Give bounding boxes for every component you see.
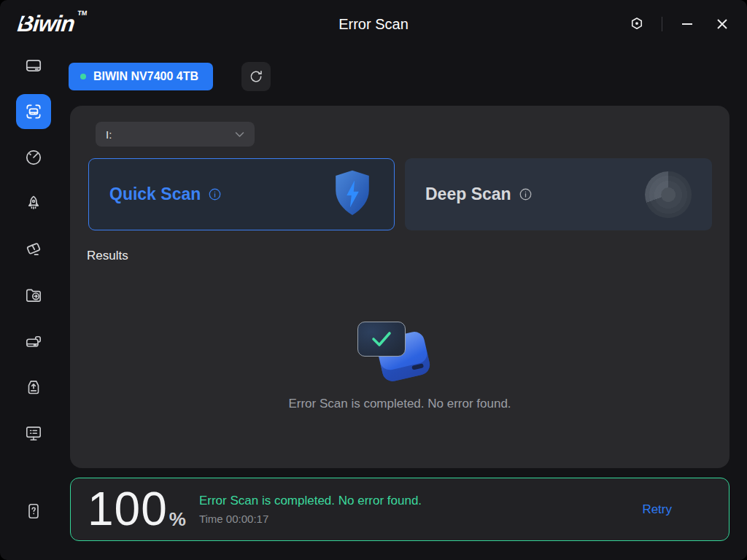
scan-panel: I: Quick Scan bbox=[70, 106, 729, 468]
shield-lightning-icon bbox=[331, 168, 374, 221]
disk-icon bbox=[24, 56, 43, 75]
deep-scan-card[interactable]: Deep Scan bbox=[405, 158, 712, 230]
progress-percent: 100 % bbox=[88, 488, 186, 531]
device-status-dot bbox=[80, 74, 86, 79]
help-icon bbox=[24, 502, 43, 521]
minimize-button[interactable] bbox=[677, 14, 697, 34]
sidebar-item-disk-info[interactable] bbox=[16, 48, 51, 83]
close-icon bbox=[716, 18, 728, 30]
percent-sign: % bbox=[169, 508, 186, 531]
sidebar bbox=[0, 48, 67, 560]
info-icon bbox=[519, 187, 533, 201]
error-scan-icon bbox=[24, 102, 43, 121]
elapsed-time: Time 00:00:17 bbox=[199, 513, 422, 525]
result-message: Error Scan is completed. No error found. bbox=[70, 397, 729, 411]
retry-button[interactable]: Retry bbox=[642, 502, 672, 517]
progress-status: Error Scan is completed. No error found.… bbox=[199, 494, 422, 525]
sidebar-item-benchmark[interactable] bbox=[16, 140, 51, 175]
sidebar-item-optimize[interactable] bbox=[16, 186, 51, 221]
sidebar-item-secure-erase[interactable] bbox=[16, 232, 51, 267]
disk-clone-icon bbox=[24, 332, 43, 351]
device-select-button[interactable]: BIWIN NV7400 4TB bbox=[69, 63, 213, 90]
sidebar-item-error-scan[interactable] bbox=[16, 94, 51, 129]
refresh-icon bbox=[248, 69, 264, 85]
progress-bar: 100 % Error Scan is completed. No error … bbox=[70, 478, 729, 541]
drive-led bbox=[411, 363, 424, 370]
close-button[interactable] bbox=[712, 14, 732, 34]
window-controls bbox=[627, 0, 732, 48]
refresh-button[interactable] bbox=[241, 62, 271, 91]
minimize-icon bbox=[681, 18, 694, 31]
sidebar-item-help[interactable] bbox=[16, 494, 51, 529]
settings-button[interactable] bbox=[627, 14, 647, 34]
data-migration-folder-icon bbox=[24, 286, 43, 305]
titlebar-divider bbox=[662, 17, 662, 31]
sidebar-item-firmware-update[interactable] bbox=[16, 370, 51, 405]
radar-scan-icon bbox=[645, 171, 692, 218]
scan-success-illustration bbox=[357, 322, 442, 396]
system-monitor-icon bbox=[24, 424, 43, 443]
optimize-rocket-icon bbox=[24, 194, 43, 213]
info-icon bbox=[208, 187, 222, 201]
drive-select-value: I: bbox=[106, 128, 112, 141]
sidebar-item-disk-clone[interactable] bbox=[16, 324, 51, 359]
chevron-down-icon bbox=[235, 131, 244, 138]
benchmark-gauge-icon bbox=[24, 148, 43, 167]
settings-gear-icon bbox=[629, 16, 645, 32]
quick-scan-card[interactable]: Quick Scan bbox=[88, 158, 395, 230]
app-window: Biwin TM Error Scan bbox=[0, 0, 747, 560]
firmware-upload-icon bbox=[24, 378, 43, 397]
status-text: Error Scan is completed. No error found. bbox=[199, 494, 422, 508]
titlebar: Biwin TM Error Scan bbox=[0, 0, 747, 48]
quick-scan-label: Quick Scan bbox=[109, 184, 201, 204]
success-check-badge bbox=[357, 322, 406, 357]
drive-select-dropdown[interactable]: I: bbox=[96, 122, 255, 147]
percent-value: 100 bbox=[88, 488, 168, 531]
deep-scan-label: Deep Scan bbox=[425, 184, 511, 204]
device-name: BIWIN NV7400 4TB bbox=[93, 70, 198, 83]
sidebar-item-data-migration[interactable] bbox=[16, 278, 51, 313]
secure-erase-eraser-icon bbox=[24, 240, 43, 259]
sidebar-item-system-info[interactable] bbox=[16, 416, 51, 451]
checkmark-icon bbox=[368, 330, 395, 349]
results-label: Results bbox=[87, 249, 128, 263]
